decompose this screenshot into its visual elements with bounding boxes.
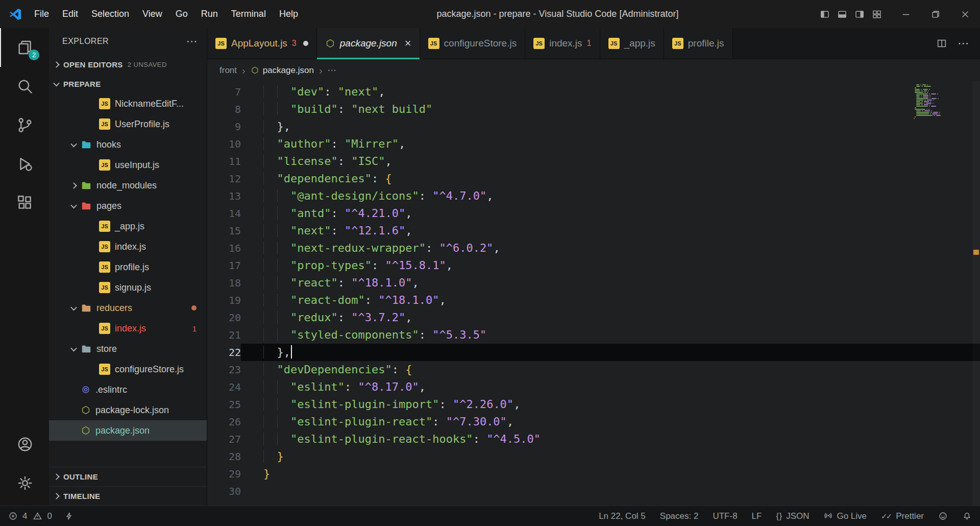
editor-scrollbar[interactable]: [972, 81, 980, 506]
menu-help[interactable]: Help: [273, 0, 305, 28]
status-go-live[interactable]: Go Live: [823, 511, 867, 521]
activity-extensions-button[interactable]: [0, 183, 49, 222]
project-section-header[interactable]: PREPARE: [49, 74, 207, 93]
breadcrumb: front›package.json›⋯: [207, 59, 980, 81]
code-line-25[interactable]: 25 "eslint-plugin-import": "^2.26.0",: [207, 396, 980, 413]
activity-run-debug-button[interactable]: [0, 145, 49, 183]
menu-file[interactable]: File: [28, 0, 56, 28]
code-line-18[interactable]: 18 "react": "^18.1.0",: [207, 274, 980, 292]
folder-reducers[interactable]: reducers: [49, 298, 207, 318]
line-number: 9: [207, 118, 241, 135]
tab-configurestore-js[interactable]: JSconfigureStore.js: [420, 28, 526, 59]
file-userprofile-js[interactable]: JSUserProfile.js: [49, 114, 207, 134]
tab-package-json[interactable]: package.json×: [317, 28, 420, 59]
code-line-9[interactable]: 9 },: [207, 118, 980, 135]
menu-run[interactable]: Run: [194, 0, 225, 28]
explorer-header: EXPLORER ⋯: [49, 28, 207, 55]
code-line-7[interactable]: 7 "dev": "next",: [207, 83, 980, 101]
layout-controls[interactable]: [811, 9, 891, 19]
breadcrumb-item-[interactable]: ⋯: [328, 65, 336, 76]
close-tab-icon[interactable]: ×: [405, 38, 411, 49]
minimap[interactable]: [914, 84, 971, 121]
activity-source-control-button[interactable]: [0, 106, 49, 145]
menu-view[interactable]: View: [136, 0, 169, 28]
file-useinput-js[interactable]: JSuseInput.js: [49, 155, 207, 175]
debug-icon: [16, 155, 34, 173]
code-line-23[interactable]: 23 "devDependencies": {: [207, 361, 980, 378]
folder-store[interactable]: store: [49, 339, 207, 359]
folder-hooks[interactable]: hooks: [49, 134, 207, 155]
code-line-10[interactable]: 10 "author": "Mirrer",: [207, 135, 980, 153]
code-line-13[interactable]: 13 "@ant-design/icons": "^4.7.0",: [207, 187, 980, 205]
code-line-8[interactable]: 8 "build": "next build": [207, 101, 980, 118]
close-button[interactable]: [950, 0, 980, 28]
file-signup-js[interactable]: JSsignup.js: [49, 277, 207, 298]
tab-app-js[interactable]: JS_app.js: [600, 28, 664, 59]
js-file-icon: JS: [99, 241, 110, 252]
code-line-19[interactable]: 19 "react-dom": "^18.1.0",: [207, 292, 980, 309]
code-line-16[interactable]: 16 "next-redux-wrapper": "^6.0.2",: [207, 240, 980, 257]
tab-label: AppLayout.js: [231, 38, 287, 49]
activity-explorer-button[interactable]: 2: [0, 28, 49, 67]
menu-selection[interactable]: Selection: [85, 0, 136, 28]
status-live-reload[interactable]: [64, 511, 74, 521]
status-prettier[interactable]: ✓✓Prettier: [881, 511, 924, 521]
status-language-mode[interactable]: {}JSON: [776, 511, 809, 521]
folder-pages[interactable]: pages: [49, 196, 207, 216]
file-eslintrc[interactable]: .eslintrc: [49, 379, 207, 400]
file-nicknameeditf[interactable]: JSNicknameEditF...: [49, 93, 207, 114]
outline-section[interactable]: OUTLINE: [49, 467, 207, 486]
folder-node-modules[interactable]: node_modules: [49, 175, 207, 196]
code-line-26[interactable]: 26 "eslint-plugin-react": "^7.30.0",: [207, 413, 980, 431]
activity-accounts-button[interactable]: [0, 425, 49, 464]
code-line-24[interactable]: 24 "eslint": "^8.17.0",: [207, 378, 980, 396]
minimize-button[interactable]: [891, 0, 921, 28]
file-configurestore-js[interactable]: JSconfigureStore.js: [49, 359, 207, 379]
timeline-section[interactable]: TIMELINE: [49, 486, 207, 506]
status-indentation[interactable]: Spaces: 2: [660, 511, 699, 521]
code-line-20[interactable]: 20 "redux": "^3.7.2",: [207, 309, 980, 326]
menu-edit[interactable]: Edit: [56, 0, 85, 28]
restore-button[interactable]: [921, 0, 950, 28]
code-line-15[interactable]: 15 "next": "^12.1.6",: [207, 222, 980, 240]
split-editor-icon[interactable]: [936, 38, 947, 49]
status-cursor-position[interactable]: Ln 22, Col 5: [599, 511, 646, 521]
file-profile-js[interactable]: JSprofile.js: [49, 257, 207, 277]
tab-applayout-js[interactable]: JSAppLayout.js3: [207, 28, 317, 59]
status-problems[interactable]: 4 0: [8, 511, 54, 521]
file-index-js[interactable]: JSindex.js1: [49, 318, 207, 339]
status-notifications[interactable]: [962, 511, 972, 521]
item-label: reducers: [96, 303, 132, 314]
breadcrumb-item-front[interactable]: front: [219, 65, 237, 76]
tab-index-js[interactable]: JSindex.js1: [525, 28, 600, 59]
line-content: "eslint-plugin-import": "^2.26.0",: [241, 396, 980, 413]
menu-terminal[interactable]: Terminal: [225, 0, 273, 28]
code-line-11[interactable]: 11 "license": "ISC",: [207, 153, 980, 170]
code-line-12[interactable]: 12 "dependencies": {: [207, 170, 980, 187]
file-package-lock-json[interactable]: package-lock.json: [49, 400, 207, 420]
breadcrumb-item-package-json[interactable]: package.json: [251, 65, 314, 76]
code-line-28[interactable]: 28 }: [207, 448, 980, 465]
js-file-icon: JS: [99, 221, 110, 232]
status-label: UTF-8: [713, 511, 737, 521]
file-index-js[interactable]: JSindex.js: [49, 236, 207, 257]
activity-search-button[interactable]: [0, 67, 49, 106]
more-actions-icon[interactable]: ⋯: [958, 37, 969, 50]
code-line-27[interactable]: 27 "eslint-plugin-react-hooks": "^4.5.0": [207, 431, 980, 448]
activity-settings-button[interactable]: [0, 464, 49, 503]
code-line-30[interactable]: 30: [207, 483, 980, 500]
open-editors-section[interactable]: OPEN EDITORS 2 UNSAVED: [49, 55, 207, 74]
status-feedback[interactable]: [938, 511, 948, 521]
tab-profile-js[interactable]: JSprofile.js: [664, 28, 733, 59]
js-file-icon: JS: [215, 38, 227, 49]
file-package-json[interactable]: package.json: [49, 420, 207, 441]
file-app-js[interactable]: JS_app.js: [49, 216, 207, 236]
code-line-14[interactable]: 14 "antd": "^4.21.0",: [207, 205, 980, 222]
code-line-22[interactable]: 22 },: [207, 344, 980, 361]
status-encoding[interactable]: UTF-8: [713, 511, 737, 521]
menu-go[interactable]: Go: [169, 0, 194, 28]
code-line-29[interactable]: 29}: [207, 465, 980, 483]
code-line-21[interactable]: 21 "styled-components": "^5.3.5": [207, 326, 980, 344]
status-eol[interactable]: LF: [752, 511, 762, 521]
code-line-17[interactable]: 17 "prop-types": "^15.8.1",: [207, 257, 980, 274]
